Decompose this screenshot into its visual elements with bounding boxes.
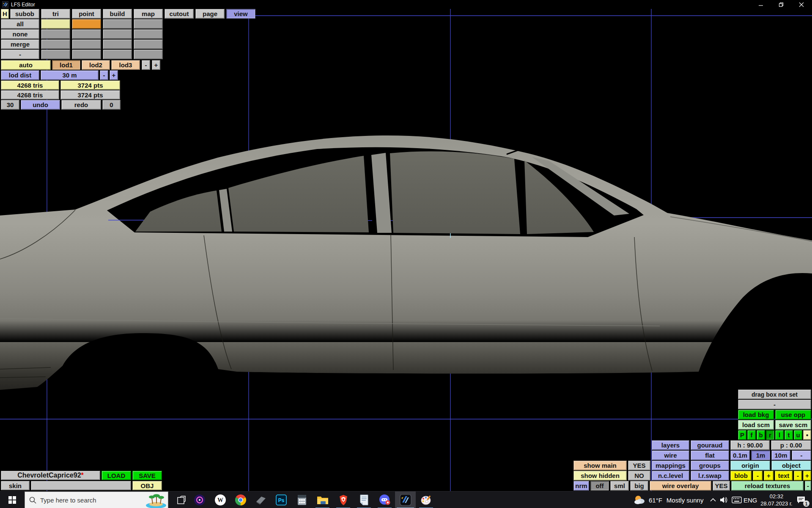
tray-volume-button[interactable] <box>718 491 730 508</box>
reload-textures-button[interactable]: reload textures <box>731 481 804 491</box>
wire-overlay-toggle[interactable]: YES <box>713 481 730 491</box>
grid-10m-button[interactable]: 10m <box>771 450 790 460</box>
grid-cell-tri-merge[interactable] <box>41 39 70 49</box>
grid-cell-build-merge[interactable] <box>103 39 132 49</box>
nrm-sml-button[interactable]: sml <box>610 481 629 491</box>
view-u-button[interactable]: u <box>794 430 802 440</box>
show-hidden-toggle[interactable]: NO <box>628 471 650 480</box>
lod-auto-button[interactable]: auto <box>1 60 51 70</box>
use-opp-button[interactable]: use opp <box>775 410 811 420</box>
view-l-button[interactable]: l <box>775 430 784 440</box>
wire-button[interactable]: wire <box>652 450 689 460</box>
language-indicator[interactable]: ENG <box>743 491 757 508</box>
gouraud-button[interactable]: gouraud <box>691 440 729 450</box>
skin-name-field[interactable] <box>31 481 131 490</box>
grid-cell-tri-all[interactable] <box>41 19 70 29</box>
menu-tab-tri[interactable]: tri <box>41 9 70 19</box>
drag-box-dash-button[interactable]: - <box>738 400 811 409</box>
show-hidden-label[interactable]: show hidden <box>573 471 627 480</box>
grid-cell-build-none[interactable] <box>103 29 132 39</box>
grid-cell-map-merge[interactable] <box>134 39 163 49</box>
menu-tab-h[interactable]: H <box>1 9 9 19</box>
lod-plus-button[interactable]: + <box>152 60 160 70</box>
grid-1m-button[interactable]: 1m <box>751 450 770 460</box>
start-button[interactable] <box>0 491 25 508</box>
text-minus-button[interactable]: - <box>794 471 802 480</box>
car-model[interactable] <box>0 135 812 390</box>
app-wedge-button[interactable] <box>250 491 271 508</box>
menu-tab-page[interactable]: page <box>195 9 225 19</box>
select-all-button[interactable]: all <box>1 19 39 29</box>
search-input[interactable]: Type here to search <box>25 491 168 508</box>
lod2-button[interactable]: lod2 <box>82 60 110 70</box>
menu-tab-build[interactable]: build <box>103 9 132 19</box>
menu-tab-cutout[interactable]: cutout <box>165 9 194 19</box>
app-w-button[interactable]: W <box>210 491 230 508</box>
origin-button[interactable]: origin <box>730 461 770 470</box>
load-bkg-button[interactable]: load bkg <box>738 410 774 420</box>
text-plus-button[interactable]: + <box>803 471 811 480</box>
viewport-3d[interactable] <box>0 0 812 508</box>
view-b-button[interactable]: b <box>757 430 765 440</box>
menu-tab-map[interactable]: map <box>134 9 163 19</box>
groups-button[interactable]: groups <box>691 461 729 470</box>
grid-cell-tri-dash[interactable] <box>41 50 70 59</box>
nrm-button[interactable]: nrm <box>573 481 589 491</box>
lr-swap-button[interactable]: l.r.swap <box>691 471 729 480</box>
clock-widget[interactable]: 02:32 28.07.2023 г. <box>760 491 793 508</box>
grid-cell-point-merge[interactable] <box>72 39 101 49</box>
view-t-button[interactable]: t <box>785 430 793 440</box>
action-center-button[interactable]: 1 <box>792 491 810 508</box>
redo-button[interactable]: redo <box>61 100 101 110</box>
app-calculator-button[interactable] <box>291 491 312 508</box>
wire-overlay-label[interactable]: wire overlay <box>650 481 711 491</box>
blob-minus-button[interactable]: - <box>753 471 763 480</box>
grid-cell-map-dash[interactable] <box>134 50 163 59</box>
restore-button[interactable] <box>771 0 791 9</box>
grid-cell-point-dash[interactable] <box>72 50 101 59</box>
undo-button[interactable]: undo <box>21 100 60 110</box>
tray-chevron-button[interactable] <box>707 491 719 508</box>
menu-tab-view[interactable]: view <box>226 9 255 19</box>
grid-dash-button[interactable]: - <box>792 450 811 460</box>
blob-button[interactable]: blob <box>730 471 752 480</box>
tray-keyboard-button[interactable] <box>730 491 743 508</box>
layers-button[interactable]: layers <box>652 440 689 450</box>
object-button[interactable]: object <box>771 461 811 470</box>
view-r-button[interactable]: r <box>766 430 774 440</box>
select-none-button[interactable]: none <box>1 29 39 39</box>
lod1-button[interactable]: lod1 <box>52 60 80 70</box>
grid-cell-map-none[interactable] <box>134 29 163 39</box>
app-chrome-button[interactable] <box>230 491 251 508</box>
nrm-big-button[interactable]: big <box>630 481 648 491</box>
flat-button[interactable]: flat <box>691 450 729 460</box>
grid-cell-point-all[interactable] <box>72 19 101 29</box>
menu-tab-subob[interactable]: subob <box>10 9 39 19</box>
app-photoshop-button[interactable]: Ps <box>271 491 291 508</box>
load-scm-button[interactable]: load scm <box>738 420 774 430</box>
heading-value[interactable]: h : 90.00 <box>730 440 770 450</box>
lod-minus-button[interactable]: - <box>142 60 150 70</box>
save-button[interactable]: SAVE <box>132 471 162 480</box>
lod-dist-minus-button[interactable]: - <box>100 70 108 80</box>
skin-button[interactable]: skin <box>1 481 30 490</box>
app-file-explorer-button[interactable] <box>312 491 333 508</box>
view-dot-button[interactable]: ● <box>803 430 811 440</box>
vehicle-name-button[interactable]: ChevroletCaprice92* <box>1 471 100 480</box>
blob-plus-button[interactable]: + <box>764 471 774 480</box>
select-dash-button[interactable]: - <box>1 50 39 59</box>
app-paint-button[interactable] <box>416 491 436 508</box>
app-discord-button[interactable] <box>374 491 395 508</box>
view-f-button[interactable]: f <box>747 430 756 440</box>
reload-dash-button[interactable]: - <box>805 481 811 491</box>
menu-tab-point[interactable]: point <box>72 9 101 19</box>
pitch-value[interactable]: p : 0.00 <box>771 440 811 450</box>
save-scm-button[interactable]: save scm <box>775 420 811 430</box>
task-view-button[interactable] <box>171 491 192 508</box>
text-button[interactable]: text <box>775 471 793 480</box>
app-notepad-button[interactable] <box>354 491 374 508</box>
grid-01m-button[interactable]: 0.1m <box>730 450 750 460</box>
view-p-button[interactable]: P <box>738 430 746 440</box>
app-lfs-editor-button[interactable] <box>395 491 416 508</box>
load-button[interactable]: LOAD <box>102 471 131 480</box>
